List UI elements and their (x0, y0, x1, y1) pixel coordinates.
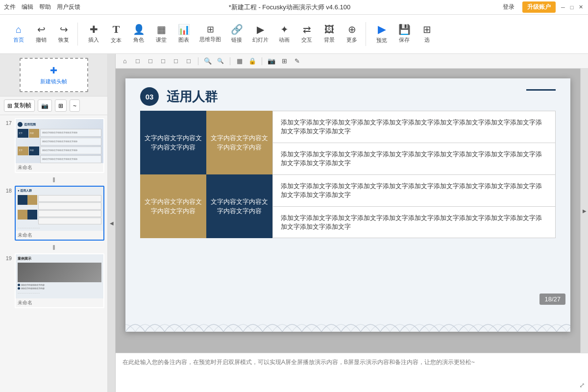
window-title: *新建工程 - Focusky动画演示大师 v4.6.100 (229, 3, 351, 12)
text-icon: T (113, 24, 120, 35)
toolbar-insert[interactable]: ✚ 插入 (83, 23, 104, 46)
preview-label: 预览 (376, 37, 387, 44)
toolbar-link[interactable]: 🔗 链接 (226, 23, 247, 46)
plus-icon: ✚ (50, 65, 57, 76)
toolbar-background[interactable]: 🖼 背景 (318, 23, 340, 46)
canvas-home-button[interactable]: ⌂ (120, 56, 130, 67)
main-toolbar: ⌂ 首页 ↩ 撤销 ↪ 恢复 ✚ 插入 T 文本 👤 角色 ▦ 课堂 📊 (0, 15, 588, 54)
canvas-fit-button[interactable]: □ (132, 56, 143, 67)
right-item-1[interactable]: 添加文字添加文字添加文字添加文字添加文字添加文字添加文字添加文字添加文字添加文字… (272, 111, 556, 143)
sidebar-collapse-button[interactable]: ◀ (108, 54, 116, 392)
canvas-export-button[interactable]: ⊞ (279, 56, 290, 67)
toolbar-text[interactable]: T 文本 (105, 22, 127, 46)
more-slide-button[interactable]: ~ (70, 99, 80, 112)
canvas-lock-button[interactable]: 🔒 (247, 56, 258, 67)
sidebar-tools: ⊞ 复制帧 📷 ⊞ ~ (0, 97, 107, 115)
interact-label: 交互 (301, 36, 312, 44)
menu-file[interactable]: 文件 (4, 3, 16, 11)
canvas-area: ⌂ □ □ □ □ □ 🔍 🔍 ▦ 🔒 📷 ⊞ ✎ 03 (116, 54, 588, 392)
insert-icon: ✚ (90, 24, 98, 34)
slide-thumbnail-18[interactable]: ● 适用人群 (15, 186, 104, 241)
new-shot-button[interactable]: ✚ 新建镜头帧 (20, 58, 88, 92)
canvas-grid-button[interactable]: ▦ (234, 56, 245, 67)
toolbar-class[interactable]: ▦ 课堂 (150, 23, 172, 46)
toolbar-undo[interactable]: ↩ 撤销 (30, 23, 52, 46)
toolbar-home[interactable]: ⌂ 首页 (8, 23, 29, 46)
close-button[interactable]: ✕ (577, 4, 584, 11)
canvas-rect2-button[interactable]: □ (158, 56, 169, 67)
camera-button[interactable]: 📷 (38, 99, 52, 112)
grid-cell-4[interactable]: 文字内容文字内容文字内容文字内容 (206, 174, 272, 238)
toolbar-interact[interactable]: ⇄ 交互 (296, 23, 318, 46)
canvas-rect1-button[interactable]: □ (145, 56, 156, 67)
right-item-4[interactable]: 添加文字添加文字添加文字添加文字添加文字添加文字添加文字添加文字添加文字添加文字… (272, 206, 556, 238)
grid-button[interactable]: ⊞ (55, 99, 67, 112)
wave-decoration (125, 307, 570, 332)
grid-cell-1[interactable]: 文字内容文字内容文字内容文字内容 (140, 111, 206, 174)
zoom-in-button[interactable]: 🔍 (202, 56, 213, 67)
slide-divider-18-19 (2, 243, 105, 252)
toolbar-preview[interactable]: ▶ 预览 (371, 22, 392, 46)
notes-expand-button[interactable]: ⤢ (579, 381, 585, 389)
toolbar-save[interactable]: 💾 保存 (393, 23, 415, 46)
slide-badge: 03 (140, 87, 159, 106)
undo-label: 撤销 (36, 36, 47, 44)
canvas-camera-button[interactable]: 📷 (266, 56, 277, 67)
slide-label-19: 未命名 (16, 298, 103, 307)
toolbar-more[interactable]: ⊕ 更多 (341, 23, 363, 46)
toolbar-chart[interactable]: 📊 图表 (173, 23, 195, 46)
undo-icon: ↩ (37, 24, 46, 34)
canvas-rect4-button[interactable]: □ (183, 56, 194, 67)
slide-thumb-content-17: 适用范围 文字 内容 文字 内容 添加文字添加文字添加文字 (16, 119, 103, 163)
toolbar-animation[interactable]: ✦ 动画 (273, 23, 295, 46)
slide-label-18: 未命名 (16, 231, 103, 240)
mindmap-icon: ⊞ (207, 25, 214, 34)
copy-frame-button[interactable]: ⊞ 复制帧 (4, 99, 35, 112)
toolbar-slideshow[interactable]: ▶ 幻灯片 (248, 23, 272, 46)
grid-cell-3[interactable]: 文字内容文字内容文字内容文字内容 (140, 174, 206, 238)
menu-help[interactable]: 帮助 (39, 3, 51, 11)
slide-header: 03 适用人群 (125, 78, 570, 111)
canvas-rect3-button[interactable]: □ (171, 56, 181, 67)
redo-label: 恢复 (58, 36, 69, 44)
slideshow-icon: ▶ (257, 24, 264, 34)
canvas-scroll[interactable]: 03 适用人群 文字内容文字内容文字内容文字内容 文字内容文字内容文字内容文字内… (116, 69, 580, 353)
slide-thumbnail-19[interactable]: 案例展示 添加文字内容添加文字内容 添加文字内容添加文字内容 — — — — —… (15, 253, 104, 308)
home-icon: ⌂ (16, 24, 22, 34)
toolbar-mindmap[interactable]: ⊞ 思维导图 (196, 23, 225, 45)
upgrade-button[interactable]: 升级账户 (522, 1, 556, 13)
left-grid: 文字内容文字内容文字内容文字内容 文字内容文字内容文字内容文字内容 文字内容文字… (140, 111, 272, 238)
grid-cell-2[interactable]: 文字内容文字内容文字内容文字内容 (206, 111, 272, 174)
slide-thumbnail-17[interactable]: 适用范围 文字 内容 文字 内容 添加文字添加文字添加文字 (15, 118, 104, 173)
list-item: 18 ● 适用人群 (2, 185, 105, 242)
menu-feedback[interactable]: 用户反馈 (57, 3, 80, 11)
toolbar-group-home: ⌂ 首页 ↩ 撤销 ↪ 恢复 (5, 23, 78, 46)
right-panel-toggle[interactable]: ▶ (580, 69, 588, 353)
new-shot-area: ✚ 新建镜头帧 (0, 54, 107, 97)
slide-title[interactable]: 适用人群 (167, 88, 218, 105)
minimize-button[interactable]: ─ (560, 4, 566, 11)
more-slide-icon: ~ (73, 102, 76, 109)
interact-icon: ⇄ (303, 24, 311, 34)
titlebar: 文件 编辑 帮助 用户反馈 *新建工程 - Focusky动画演示大师 v4.6… (0, 0, 588, 15)
toolbar-redo[interactable]: ↪ 恢复 (53, 23, 74, 46)
titlebar-menu: 文件 编辑 帮助 用户反馈 (4, 3, 80, 11)
right-item-3[interactable]: 添加文字添加文字添加文字添加文字添加文字添加文字添加文字添加文字添加文字添加文字… (272, 174, 556, 206)
preview-icon: ▶ (378, 24, 386, 35)
toolbar-select[interactable]: ⊞ 选 (416, 23, 438, 46)
slideshow-label: 幻灯片 (252, 36, 269, 44)
role-label: 角色 (133, 36, 144, 44)
toolbar-role[interactable]: 👤 角色 (128, 23, 149, 46)
slide-label-17: 未命名 (16, 163, 103, 172)
copy-icon: ⊞ (7, 102, 12, 109)
canvas-edit-button[interactable]: ✎ (292, 56, 302, 67)
select-icon: ⊞ (423, 24, 431, 34)
save-label: 保存 (399, 36, 410, 44)
maximize-button[interactable]: □ (568, 4, 575, 11)
slide-sidebar: ✚ 新建镜头帧 ⊞ 复制帧 📷 ⊞ ~ 17 (0, 54, 108, 392)
menu-edit[interactable]: 编辑 (22, 3, 33, 11)
login-button[interactable]: 登录 (499, 2, 518, 12)
notes-input[interactable] (116, 353, 588, 392)
zoom-out-button[interactable]: 🔍 (215, 56, 226, 67)
right-item-2[interactable]: 添加文字添加文字添加文字添加文字添加文字添加文字添加文字添加文字添加文字添加文字… (272, 143, 556, 174)
